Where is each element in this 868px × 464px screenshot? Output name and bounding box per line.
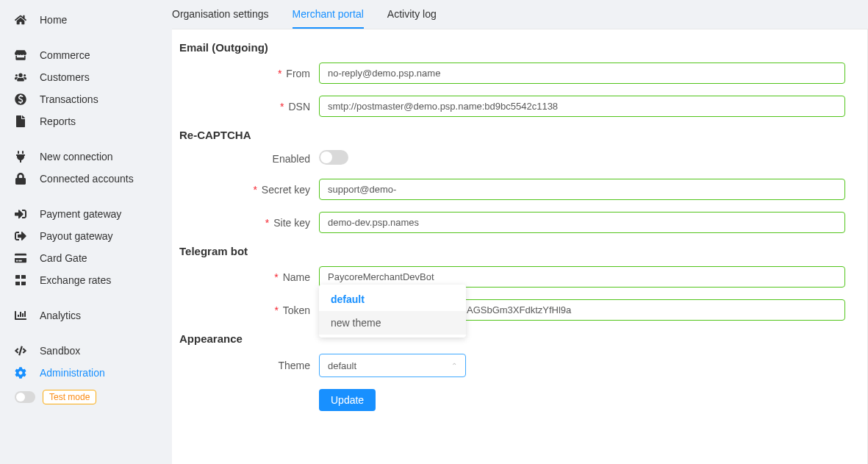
sidebar-item-label: New connection [40,151,113,163]
tab-activity-log[interactable]: Activity log [387,8,437,29]
sidebar-item-label: Payout gateway [40,230,113,242]
main-content: Organisation settings Merchant portal Ac… [172,0,868,464]
dollar-icon [15,93,29,105]
users-icon [15,71,29,83]
sidebar-item-label: Connected accounts [40,173,134,185]
code-icon [15,345,29,357]
label-email-dsn: * DSN [179,101,319,113]
section-telegram-title: Telegram bot [179,245,845,257]
sidebar-item-label: Analytics [40,310,81,321]
sidebar-item-sandbox[interactable]: Sandbox [0,340,172,362]
tab-merchant-portal[interactable]: Merchant portal [293,8,364,29]
sidebar-item-label: Payment gateway [40,208,121,220]
tabs: Organisation settings Merchant portal Ac… [172,0,868,29]
input-recaptcha-site[interactable] [319,212,845,233]
input-email-from[interactable] [319,63,845,84]
label-theme: Theme [179,360,319,371]
toggle-recaptcha-enabled[interactable] [319,150,348,165]
section-recaptcha-title: Re-CAPTCHA [179,129,845,141]
test-mode-badge: Test mode [43,390,96,404]
logout-icon [15,230,29,242]
theme-dropdown: default new theme [319,285,466,338]
sidebar-item-label: Card Gate [40,252,87,264]
label-recaptcha-enabled: Enabled [179,153,319,165]
sidebar-item-home[interactable]: Home [0,9,172,31]
section-email-title: Email (Outgoing) [179,41,845,54]
sidebar-item-commerce[interactable]: Commerce [0,44,172,66]
sidebar-item-transactions[interactable]: Transactions [0,88,172,110]
sidebar-item-customers[interactable]: Customers [0,66,172,88]
label-telegram-token: * Token [179,304,319,316]
select-theme-value: default [328,360,356,371]
chevron-down-icon: ⌃ [451,362,457,370]
gear-icon [15,367,29,379]
sidebar-item-exchange-rates[interactable]: Exchange rates [0,269,172,291]
label-recaptcha-site: * Site key [179,217,319,229]
input-recaptcha-secret[interactable] [319,179,845,200]
plug-icon [15,151,29,163]
sidebar-item-label: Home [40,14,67,26]
lock-icon [15,173,29,185]
sidebar-item-analytics[interactable]: Analytics [0,304,172,326]
home-icon [15,14,29,26]
label-email-from: * From [179,68,319,79]
tab-organisation-settings[interactable]: Organisation settings [172,8,269,29]
select-theme[interactable]: default ⌃ [319,354,466,377]
sidebar-item-card-gate[interactable]: Card Gate [0,247,172,269]
sidebar-item-label: Sandbox [40,345,80,357]
sidebar-item-reports[interactable]: Reports [0,110,172,132]
test-mode-row: Test mode [0,384,172,410]
store-icon [15,49,29,61]
sidebar-item-new-connection[interactable]: New connection [0,146,172,168]
sidebar-item-label: Exchange rates [40,274,111,286]
sidebar-item-label: Transactions [40,93,98,105]
label-recaptcha-secret: * Secret key [179,184,319,196]
input-email-dsn[interactable] [319,96,845,117]
sidebar-item-label: Reports [40,115,76,127]
exchange-icon [15,274,29,286]
section-appearance-title: Appearance [179,332,845,345]
dropdown-option-default[interactable]: default [319,288,466,311]
sidebar-item-label: Commerce [40,49,90,61]
sidebar-item-label: Customers [40,71,90,83]
sidebar-item-connected-accounts[interactable]: Connected accounts [0,168,172,190]
sidebar: Home Commerce Customers Transactions Rep… [0,0,172,464]
test-mode-toggle[interactable] [15,391,35,403]
sidebar-item-payment-gateway[interactable]: Payment gateway [0,203,172,225]
card-icon [15,252,29,264]
chart-icon [15,310,29,321]
login-icon [15,208,29,220]
sidebar-item-payout-gateway[interactable]: Payout gateway [0,225,172,247]
sidebar-item-administration[interactable]: Administration [0,362,172,384]
sidebar-item-label: Administration [40,367,105,379]
dropdown-option-new-theme[interactable]: new theme [319,311,466,335]
update-button[interactable]: Update [319,389,376,411]
label-telegram-name: * Name [179,271,319,283]
file-icon [15,115,29,127]
